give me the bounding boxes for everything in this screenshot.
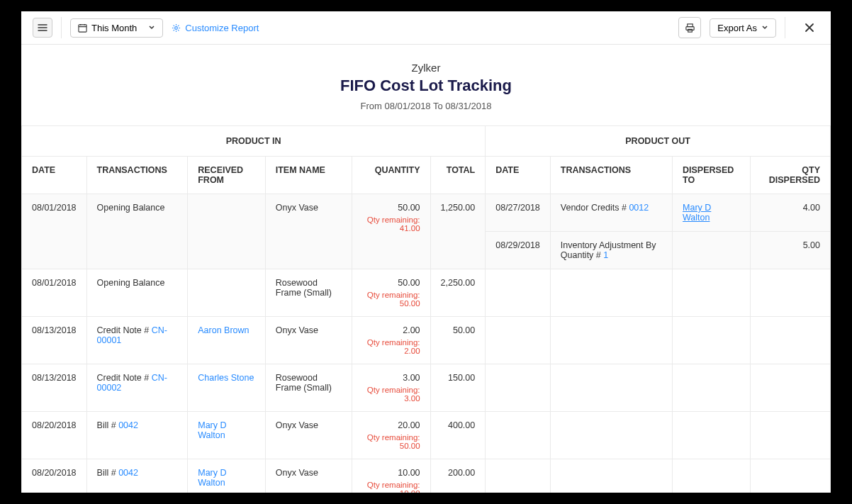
print-button[interactable] [678, 17, 701, 38]
calendar-icon [78, 23, 87, 33]
table-row: 08/01/2018Opening BalanceOnyx Vase50.00Q… [22, 194, 831, 232]
cell-total: 2,250.00 [430, 269, 486, 317]
table-row: 08/01/2018Opening BalanceRosewood Frame … [22, 269, 831, 317]
date-range-select[interactable]: This Month [70, 18, 163, 38]
group-header-out: PRODUCT OUT [486, 126, 831, 157]
cell-received-from [188, 269, 266, 317]
cell-total: 150.00 [430, 364, 486, 412]
cell-out-date [486, 364, 551, 412]
transaction-text: Bill # [97, 420, 119, 430]
cell-received-from: Mary D Walton [188, 459, 266, 493]
cell-date: 08/13/2018 [22, 364, 87, 412]
table-row: 08/13/2018Credit Note # CN-00002Charles … [22, 364, 831, 412]
col-out-transactions[interactable]: TRANSACTIONS [550, 157, 672, 194]
cell-item-name: Onyx Vase [265, 194, 352, 269]
qty-remaining: Qty remaining: 10.00 [362, 481, 420, 493]
divider [61, 17, 62, 38]
out-transaction-text: Vendor Credits # [561, 203, 629, 213]
group-header-in: PRODUCT IN [22, 126, 486, 157]
cell-dispersed-to [673, 269, 751, 317]
close-button[interactable] [800, 18, 819, 38]
export-button[interactable]: Export As [710, 18, 776, 38]
cell-dispersed-to [673, 412, 751, 459]
cell-qty-dispersed [750, 459, 830, 493]
col-qty-dispersed[interactable]: QTY DISPERSED [750, 157, 830, 194]
cell-out-transaction: Inventory Adjustment By Quantity # 1 [550, 232, 672, 269]
close-icon [804, 22, 815, 33]
date-range-label: This Month [91, 23, 137, 33]
col-item-name[interactable]: ITEM NAME [265, 157, 352, 194]
transaction-link[interactable]: 0042 [118, 420, 138, 430]
cell-total: 50.00 [430, 317, 486, 364]
company-name: Zylker [21, 62, 831, 74]
out-transaction-link[interactable]: 0012 [629, 203, 649, 213]
cell-qty-dispersed [750, 269, 830, 317]
cell-dispersed-to [673, 317, 751, 364]
qty-remaining: Qty remaining: 50.00 [362, 291, 420, 308]
cell-dispersed-to [673, 459, 751, 493]
qty-remaining: Qty remaining: 2.00 [362, 338, 420, 355]
quantity-value: 50.00 [362, 278, 420, 288]
toolbar: This Month Customize Report Export As [21, 11, 831, 45]
col-transactions[interactable]: TRANSACTIONS [86, 157, 188, 194]
quantity-value: 50.00 [362, 203, 420, 213]
cell-date: 08/01/2018 [22, 269, 87, 317]
cell-received-from: Aaron Brown [188, 317, 266, 364]
qty-remaining: Qty remaining: 3.00 [362, 386, 420, 403]
quantity-value: 3.00 [362, 373, 420, 383]
transaction-link[interactable]: 0042 [118, 468, 138, 478]
table-row: 08/20/2018Bill # 0042Mary D WaltonOnyx V… [22, 459, 831, 493]
quantity-value: 10.00 [362, 468, 420, 478]
cell-dispersed-to: Mary D Walton [673, 194, 751, 232]
cell-quantity: 2.00Qty remaining: 2.00 [352, 317, 430, 364]
cell-item-name: Rosewood Frame (Small) [265, 364, 352, 412]
transaction-text: Opening Balance [97, 203, 165, 213]
cell-date: 08/01/2018 [22, 194, 87, 269]
received-from-link[interactable]: Aaron Brown [198, 325, 249, 335]
cell-transaction: Opening Balance [86, 269, 188, 317]
cell-transaction: Credit Note # CN-00002 [86, 364, 188, 412]
print-icon [685, 23, 695, 33]
table-row: 08/13/2018Credit Note # CN-00001Aaron Br… [22, 317, 831, 364]
table-row: 08/20/2018Bill # 0042Mary D WaltonOnyx V… [22, 412, 831, 459]
cell-transaction: Bill # 0042 [86, 412, 188, 459]
col-received-from[interactable]: RECEIVED FROM [188, 157, 266, 194]
svg-point-1 [175, 26, 178, 29]
report-table: PRODUCT IN PRODUCT OUT DATE TRANSACTIONS… [21, 125, 831, 493]
received-from-link[interactable]: Charles Stone [198, 373, 254, 383]
cell-date: 08/13/2018 [22, 317, 87, 364]
cell-out-date [486, 459, 551, 493]
report-date-range: From 08/01/2018 To 08/31/2018 [21, 101, 831, 111]
cell-transaction: Bill # 0042 [86, 459, 188, 493]
out-transaction-link[interactable]: 1 [603, 250, 608, 260]
col-quantity[interactable]: QUANTITY [352, 157, 430, 194]
cell-dispersed-to [673, 364, 751, 412]
transaction-text: Credit Note # [97, 373, 152, 383]
cell-quantity: 20.00Qty remaining: 50.00 [352, 412, 430, 459]
cell-received-from: Charles Stone [188, 364, 266, 412]
received-from-link[interactable]: Mary D Walton [198, 468, 226, 488]
qty-remaining: Qty remaining: 41.00 [362, 215, 420, 233]
customize-report-link[interactable]: Customize Report [172, 23, 259, 33]
cell-item-name: Onyx Vase [265, 459, 352, 493]
cell-date: 08/20/2018 [22, 412, 87, 459]
col-date[interactable]: DATE [22, 157, 87, 194]
cell-received-from [188, 194, 266, 269]
menu-button[interactable] [33, 18, 52, 38]
col-total[interactable]: TOTAL [430, 157, 486, 194]
cell-out-transaction: Vendor Credits # 0012 [550, 194, 672, 232]
cell-total: 400.00 [430, 412, 486, 459]
quantity-value: 2.00 [362, 325, 420, 335]
transaction-text: Credit Note # [97, 325, 152, 335]
col-out-date[interactable]: DATE [486, 157, 551, 194]
cell-qty-dispersed [750, 412, 830, 459]
cell-item-name: Rosewood Frame (Small) [265, 269, 352, 317]
cell-qty-dispersed [750, 364, 830, 412]
dispersed-to-link[interactable]: Mary D Walton [683, 203, 711, 223]
cell-qty-dispersed [750, 317, 830, 364]
received-from-link[interactable]: Mary D Walton [198, 420, 226, 440]
chevron-down-icon [761, 24, 768, 31]
cell-out-date [486, 269, 551, 317]
col-dispersed-to[interactable]: DISPERSED TO [673, 157, 751, 194]
cell-total: 1,250.00 [430, 194, 486, 269]
